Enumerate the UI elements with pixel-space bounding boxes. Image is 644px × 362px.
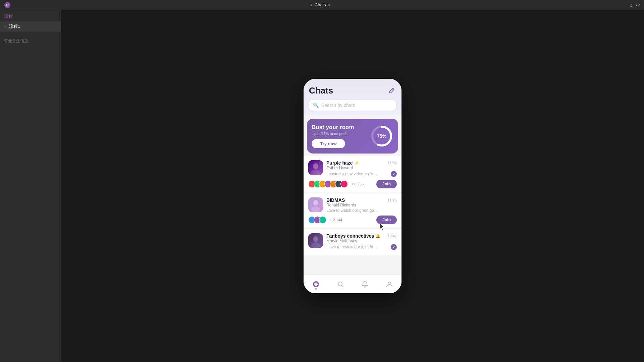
page-title: Chats xyxy=(309,85,333,96)
join-button-2[interactable]: Join xyxy=(376,216,397,224)
chat-top-row-3: Fanboys connectives 🔔 10:47 Marvin McKin… xyxy=(308,233,397,250)
top-bar-right: ⌂ ↩ xyxy=(630,2,640,8)
chat-time-3: 10:47 xyxy=(387,234,397,238)
chat-message-row-3: I love to review our joint family p... 2 xyxy=(326,244,397,250)
chat-card-bidmas[interactable]: BIDMAS 11:25 Ronald Richards Love to wat… xyxy=(304,193,401,228)
chat-name-row-3: Fanboys connectives 🔔 10:47 xyxy=(326,233,397,239)
svg-text:P: P xyxy=(6,3,9,7)
svg-point-11 xyxy=(313,236,318,242)
chat-message-3: I love to review our joint family p... xyxy=(326,245,380,249)
chat-sender-3: Marvin McKinney xyxy=(326,239,397,243)
chat-sender-1: Esther Howard xyxy=(326,166,397,170)
nav-bell-icon[interactable] xyxy=(360,280,370,289)
chat-list: Purple haze ⚡ 11:36 Esther Howard I post… xyxy=(304,156,401,275)
svg-point-17 xyxy=(388,282,391,285)
chat-message-row-2: Love to watch our great game... xyxy=(326,208,397,213)
promo-title: Bust your room xyxy=(312,124,370,131)
chat-name-3: Fanboys connectives xyxy=(326,233,374,239)
svg-point-5 xyxy=(313,163,318,169)
chat-badge-3: 2 xyxy=(391,244,397,250)
promo-chart: 75% xyxy=(370,124,393,148)
sidebar-item-label: 流程1 xyxy=(9,23,20,29)
nav-search-icon[interactable] xyxy=(336,280,345,289)
sidebar-empty-text: 暂无备注信息 xyxy=(0,32,61,51)
top-bar: P < Chats > ⌂ ↩ xyxy=(0,0,644,10)
search-placeholder: Search by chats xyxy=(321,103,355,108)
check-icon: ✓ xyxy=(4,24,7,29)
chat-message-1: I posted a new video on YouTub... xyxy=(326,172,380,176)
promo-banner: Bust your room Up to 75% more profit Try… xyxy=(307,119,398,154)
home-icon[interactable]: ⌂ xyxy=(630,2,633,8)
member-avatar xyxy=(319,216,326,224)
chat-info-1: Purple haze ⚡ 11:36 Esther Howard I post… xyxy=(326,160,397,177)
nav-chats-icon[interactable] xyxy=(311,280,321,289)
nav-back-icon[interactable]: < xyxy=(310,2,313,7)
nav-forward-icon[interactable]: > xyxy=(328,2,331,7)
compose-icon[interactable] xyxy=(387,86,396,96)
svg-line-16 xyxy=(341,285,343,287)
promo-text: Bust your room Up to 75% more profit Try… xyxy=(312,124,370,148)
chat-bottom-row-1: + 8 936 Join xyxy=(308,180,397,188)
chat-name-row-2: BIDMAS 11:25 xyxy=(326,197,397,203)
join-button-1[interactable]: Join xyxy=(376,180,397,188)
verified-icon-1: ⚡ xyxy=(354,161,359,165)
chat-avatar-2 xyxy=(308,197,323,212)
sidebar-section-title: 流程 xyxy=(0,10,61,21)
chat-bottom-row-2: + 2 144 Join xyxy=(308,216,397,224)
chat-card-purple-haze[interactable]: Purple haze ⚡ 11:36 Esther Howard I post… xyxy=(304,156,401,192)
chat-avatar-3 xyxy=(308,233,323,248)
phone-content: Bust your room Up to 75% more profit Try… xyxy=(304,115,401,275)
chat-name-row-1: Purple haze ⚡ 11:36 xyxy=(326,160,397,166)
chat-info-3: Fanboys connectives 🔔 10:47 Marvin McKin… xyxy=(326,233,397,250)
try-now-button[interactable]: Try now xyxy=(312,139,345,148)
chat-name-2: BIDMAS xyxy=(326,197,345,203)
main-content: Chats 🔍 Search by chats Bust your room xyxy=(61,10,644,362)
top-bar-left: P xyxy=(4,2,11,8)
chat-avatar-1 xyxy=(308,160,323,175)
search-icon: 🔍 xyxy=(313,103,319,108)
svg-point-14 xyxy=(314,283,318,286)
chat-time-2: 11:25 xyxy=(387,198,397,202)
nav-title: Chats xyxy=(315,2,326,7)
bottom-nav xyxy=(304,275,401,293)
chat-members-1: + 8 936 xyxy=(308,180,364,188)
svg-point-8 xyxy=(313,200,318,205)
chat-info-2: BIDMAS 11:25 Ronald Richards Love to wat… xyxy=(326,197,397,213)
member-avatar xyxy=(340,180,348,188)
breadcrumb: < Chats > xyxy=(310,2,330,7)
chat-top-row-2: BIDMAS 11:25 Ronald Richards Love to wat… xyxy=(308,197,397,213)
chat-card-fanboys[interactable]: Fanboys connectives 🔔 10:47 Marvin McKin… xyxy=(304,229,401,255)
sidebar-item-workflow[interactable]: ✓ 流程1 xyxy=(0,21,61,32)
member-count-1: + 8 936 xyxy=(351,182,364,186)
chat-sender-2: Ronald Richards xyxy=(326,203,397,207)
promo-percent: 75% xyxy=(377,133,386,139)
sidebar: 流程 ✓ 流程1 暂无备注信息 xyxy=(0,10,61,362)
verified-icon-3: 🔔 xyxy=(375,234,380,238)
promo-subtitle: Up to 75% more profit xyxy=(312,132,370,136)
app-logo: P xyxy=(4,2,11,8)
phone-header: Chats 🔍 Search by chats xyxy=(304,79,401,115)
back-icon[interactable]: ↩ xyxy=(636,2,640,8)
chat-name-1: Purple haze xyxy=(326,160,353,166)
chat-message-row-1: I posted a new video on YouTub... 2 xyxy=(326,171,397,177)
chat-members-2: + 2 144 xyxy=(308,216,342,224)
chat-time-1: 11:36 xyxy=(387,161,397,165)
chat-badge-1: 2 xyxy=(391,171,397,177)
chat-message-2: Love to watch our great game... xyxy=(326,208,380,213)
phone-mockup: Chats 🔍 Search by chats Bust your room xyxy=(304,79,401,293)
phone-header-top: Chats xyxy=(309,85,396,96)
search-bar[interactable]: 🔍 Search by chats xyxy=(309,100,396,111)
member-count-2: + 2 144 xyxy=(330,218,342,222)
chat-top-row: Purple haze ⚡ 11:36 Esther Howard I post… xyxy=(308,160,397,177)
nav-profile-icon[interactable] xyxy=(385,280,394,289)
